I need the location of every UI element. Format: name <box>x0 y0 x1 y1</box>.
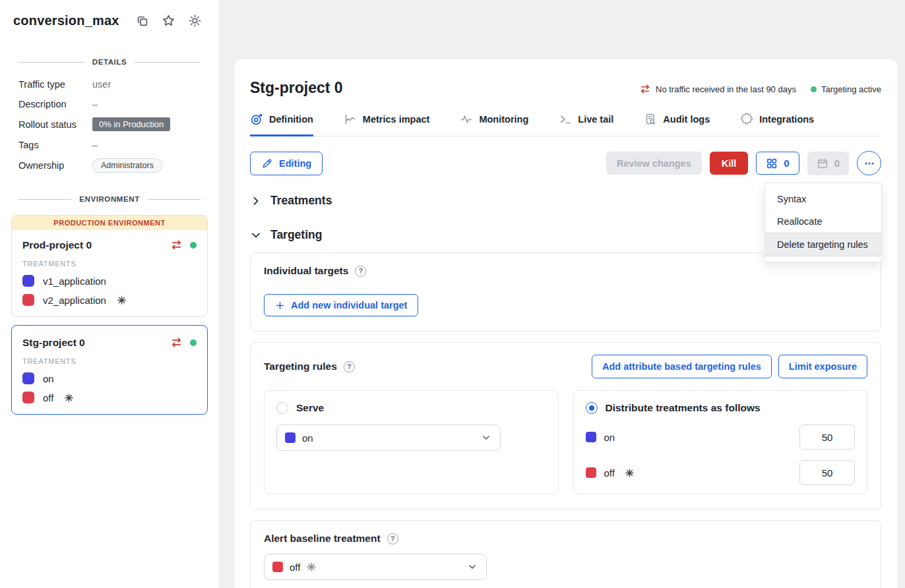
treatment-row: v2_application <box>22 294 197 306</box>
divider <box>148 199 201 200</box>
pencil-icon <box>261 158 273 169</box>
document-search-icon <box>644 113 657 126</box>
serve-selected-value: on <box>302 432 313 444</box>
grid-count-button[interactable]: 0 <box>756 152 799 175</box>
individual-targets-panel: Individual targets Add new individual ta… <box>250 252 881 332</box>
chevron-down-icon <box>250 229 261 241</box>
divider <box>135 62 201 63</box>
tab-label: Metrics impact <box>363 114 430 125</box>
environment-card-stg[interactable]: Stg-project 0 TREATMENTS on o <box>11 325 208 415</box>
divider <box>18 199 71 200</box>
tab-monitoring[interactable]: Monitoring <box>460 113 528 136</box>
distribute-option-panel: Distribute treatments as follows on off <box>573 390 868 494</box>
treatment-label: on <box>43 373 54 384</box>
more-options-button[interactable] <box>857 151 881 175</box>
treatment-label: on <box>604 432 615 443</box>
tab-label: Definition <box>269 114 313 125</box>
targeting-status: Targeting active <box>811 84 881 94</box>
targeting-section-title: Targeting <box>270 228 322 242</box>
puzzle-icon <box>740 113 753 126</box>
divider <box>18 62 84 63</box>
app-header: conversion_max <box>0 0 219 41</box>
limit-exposure-button[interactable]: Limit exposure <box>778 355 867 378</box>
calendar-count: 0 <box>834 158 840 169</box>
star-icon[interactable] <box>162 14 175 28</box>
serve-treatment-select[interactable]: on <box>276 425 501 451</box>
menu-item-delete-targeting-rules[interactable]: Delete targeting rules <box>765 233 881 256</box>
copy-icon[interactable] <box>135 14 149 28</box>
editing-button-label: Editing <box>279 158 311 169</box>
editing-button[interactable]: Editing <box>250 152 323 175</box>
chart-icon <box>344 113 357 126</box>
status-dot <box>811 86 817 92</box>
treatment-swatch <box>22 294 34 306</box>
tab-audit-logs[interactable]: Audit logs <box>644 113 710 136</box>
help-icon[interactable] <box>344 361 355 372</box>
details-section-header: DETAILS <box>0 58 219 66</box>
help-icon[interactable] <box>387 533 398 544</box>
help-icon[interactable] <box>355 266 366 277</box>
more-options-menu: Syntax Reallocate Delete targeting rules <box>765 183 882 262</box>
targeting-rules-panel: Targeting rules Add attribute based targ… <box>250 342 881 510</box>
traffic-status: No traffic received in the last 90 days <box>639 83 796 95</box>
serve-option-panel: Serve on <box>264 390 559 494</box>
treatment-row: off <box>22 392 197 403</box>
chevron-down-icon <box>472 432 500 443</box>
production-environment-banner: PRODUCTION ENVIRONMENT <box>12 216 207 230</box>
tab-definition[interactable]: Definition <box>250 113 313 136</box>
calendar-count-button[interactable]: 0 <box>807 152 849 175</box>
traffic-swap-icon <box>639 83 651 95</box>
chevron-down-icon <box>458 562 486 572</box>
treatment-swatch <box>285 432 296 443</box>
review-changes-button[interactable]: Review changes <box>606 152 702 175</box>
distribute-radio[interactable] <box>586 402 598 414</box>
distribute-row-on: on <box>586 425 856 450</box>
plus-icon <box>275 301 285 310</box>
environment-name: Prod-project 0 <box>22 239 92 251</box>
menu-item-syntax[interactable]: Syntax <box>765 188 881 210</box>
detail-value: – <box>92 140 98 150</box>
add-attribute-rules-button[interactable]: Add attribute based targeting rules <box>592 355 772 378</box>
review-changes-label: Review changes <box>617 158 691 169</box>
main-backdrop: Stg-project 0 No traffic received in the… <box>219 0 905 588</box>
serve-radio[interactable] <box>276 402 288 414</box>
add-individual-target-button[interactable]: Add new individual target <box>264 294 418 316</box>
treatment-label: off <box>604 467 615 479</box>
status-dot <box>190 242 197 249</box>
treatments-label: TREATMENTS <box>22 260 197 268</box>
ownership-pill[interactable]: Administrators <box>92 158 162 173</box>
add-individual-target-label: Add new individual target <box>291 300 407 310</box>
treatment-row: on <box>22 372 197 384</box>
default-treatment-icon <box>117 296 126 305</box>
treatment-swatch <box>22 275 34 287</box>
kill-button-label: Kill <box>722 158 737 169</box>
detail-value: user <box>92 79 111 90</box>
grid-icon <box>766 158 778 169</box>
default-treatment-icon <box>307 562 316 572</box>
treatment-swatch <box>586 467 596 478</box>
treatments-section-title: Treatments <box>270 194 332 208</box>
tab-label: Monitoring <box>479 114 528 125</box>
alert-baseline-select[interactable]: off <box>264 554 487 580</box>
treatment-swatch <box>22 372 34 384</box>
chevron-right-icon <box>250 195 261 206</box>
details-section-label: DETAILS <box>92 58 127 66</box>
tab-label: Live tail <box>578 114 613 125</box>
tab-integrations[interactable]: Integrations <box>740 113 814 136</box>
default-treatment-icon <box>625 469 634 477</box>
targeting-rules-title: Targeting rules <box>264 361 337 372</box>
kill-button[interactable]: Kill <box>710 152 749 175</box>
distribute-on-percent-input[interactable] <box>799 425 855 450</box>
detail-row-ownership: Ownership Administrators <box>0 158 219 173</box>
menu-item-reallocate[interactable]: Reallocate <box>765 210 881 233</box>
distribute-off-percent-input[interactable] <box>799 460 855 485</box>
gear-icon[interactable] <box>188 14 202 28</box>
environment-section-label: ENVIRONMENT <box>79 195 140 203</box>
treatments-label: TREATMENTS <box>22 357 197 365</box>
detail-row-traffic-type: Traffic type user <box>0 78 219 90</box>
tab-live-tail[interactable]: Live tail <box>559 113 613 136</box>
tab-label: Integrations <box>759 114 814 125</box>
traffic-swap-icon <box>170 336 183 349</box>
tab-metrics-impact[interactable]: Metrics impact <box>344 113 430 136</box>
environment-card-prod[interactable]: PRODUCTION ENVIRONMENT Prod-project 0 TR… <box>11 215 208 317</box>
